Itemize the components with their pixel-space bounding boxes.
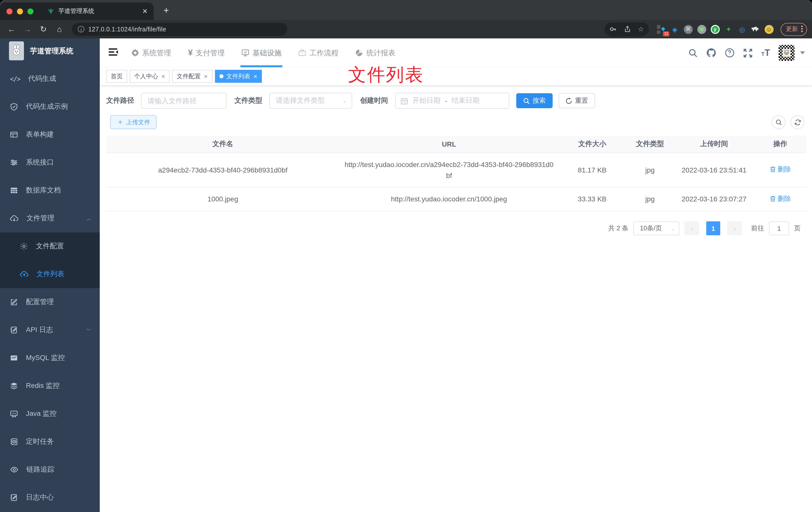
ext-gem-icon[interactable]: ◈	[670, 25, 679, 34]
cell-file-name: a294ecb2-73dd-4353-bf40-296b8931d0bf	[106, 153, 340, 187]
date-range-picker[interactable]: 开始日期 - 结束日期	[395, 93, 509, 109]
top-menu-label: 基础设施	[253, 48, 282, 58]
sidebar-item-file-config[interactable]: 文件配置	[0, 232, 100, 260]
font-size-icon[interactable]: TT	[761, 48, 770, 58]
tab-close-icon[interactable]: ✕	[139, 7, 154, 15]
sidebar-item-label: 代码生成示例	[26, 102, 92, 111]
sidebar-item-config-management[interactable]: 配置管理	[0, 288, 100, 316]
goto-page-input[interactable]	[769, 221, 789, 235]
date-start-placeholder[interactable]: 开始日期	[412, 96, 440, 105]
password-key-icon[interactable]	[609, 25, 617, 33]
top-menu-pay[interactable]: ¥ 支付管理	[188, 38, 225, 67]
sidebar-item-db-doc[interactable]: 数据库文档	[0, 177, 100, 204]
cell-actions: 删除	[754, 187, 807, 211]
tag-profile[interactable]: 个人中心✕	[130, 70, 170, 83]
date-end-placeholder[interactable]: 结束日期	[452, 96, 480, 105]
sidebar-item-form-builder[interactable]: 表单构建	[0, 121, 100, 149]
cell-file-size: 81.17 KB	[559, 153, 626, 187]
close-window-button[interactable]	[6, 8, 12, 14]
update-label: 更新	[786, 25, 798, 33]
cell-upload-time: 2022-03-16 23:07:27	[674, 187, 754, 211]
sidebar-item-code-gen[interactable]: </> 代码生成	[0, 65, 100, 93]
sidebar-item-file-list[interactable]: 文件列表	[0, 260, 100, 288]
browser-menu-icon[interactable]: •••	[801, 25, 803, 33]
ext-emoji-icon[interactable]: ☺	[764, 25, 774, 34]
sidebar-item-file-management[interactable]: 文件管理 ︿	[0, 204, 100, 232]
sidebar-item-label: API 日志	[26, 326, 78, 334]
prev-page-button[interactable]: ‹	[684, 221, 699, 235]
bookmark-star-icon[interactable]: ☆	[638, 25, 644, 33]
sidebar-logo-row[interactable]: 芋道管理系统	[0, 38, 100, 63]
tag-close-icon[interactable]: ✕	[161, 73, 165, 79]
sidebar-collapse-icon[interactable]	[105, 48, 122, 58]
ext-star-icon[interactable]: ✦	[724, 25, 733, 34]
ext-y-icon[interactable]: y	[711, 25, 720, 34]
sidebar-item-system-api[interactable]: 系统接口	[0, 149, 100, 177]
avatar-caret-icon[interactable]	[800, 51, 805, 54]
tag-file-config[interactable]: 文件配置✕	[172, 70, 212, 83]
minimize-window-button[interactable]	[17, 8, 23, 14]
reload-icon[interactable]: ↻	[37, 24, 50, 34]
search-icon[interactable]	[689, 48, 698, 58]
refresh-table-button[interactable]	[790, 115, 805, 129]
cell-upload-time: 2022-03-16 23:51:41	[674, 153, 754, 187]
ext-puzzle-icon[interactable]	[751, 25, 760, 34]
table-tools	[772, 115, 807, 129]
ext-swirl-icon[interactable]: ◎	[738, 25, 747, 34]
tab-block: 芋道管理系统 ✕	[0, 2, 154, 20]
file-path-input[interactable]	[142, 93, 226, 108]
toggle-search-button[interactable]	[772, 115, 786, 129]
page-content: 文件路径 文件类型 请选择文件类型 ⌄ 创建时间 开始日期 - 结束日期	[100, 86, 812, 512]
address-bar[interactable]: i 127.0.0.1:1024/infra/file/file	[72, 23, 287, 36]
sidebar-item-mysql-monitor[interactable]: MySQL 监控	[0, 344, 100, 372]
ext-command-icon[interactable]: ⌘	[684, 25, 693, 34]
sidebar-item-label: 定时任务	[26, 437, 92, 446]
top-menu-system[interactable]: 系统管理	[131, 38, 171, 67]
help-icon[interactable]	[725, 48, 735, 58]
sidebar-item-trace[interactable]: 链路追踪	[0, 456, 100, 484]
browser-tab[interactable]: 芋道管理系统 ✕	[40, 2, 154, 20]
sidebar-item-api-log[interactable]: API 日志 ﹀	[0, 316, 100, 344]
zoom-window-button[interactable]	[27, 8, 33, 14]
tag-file-list[interactable]: 文件列表✕	[215, 70, 262, 83]
share-icon[interactable]	[624, 25, 631, 33]
tag-close-icon[interactable]: ✕	[253, 73, 258, 79]
page-1-button[interactable]: 1	[706, 221, 720, 235]
ext-dot-icon[interactable]	[697, 25, 706, 34]
forward-icon[interactable]: →	[21, 25, 34, 34]
top-menu-infra[interactable]: 基础设施	[242, 38, 282, 67]
back-icon[interactable]: ←	[5, 25, 18, 34]
sidebar-item-scheduled-tasks[interactable]: 定时任务	[0, 428, 100, 456]
tag-home[interactable]: 首页	[106, 70, 127, 83]
table-row: 1000.jpeg http://test.yudao.iocoder.cn/1…	[106, 187, 807, 211]
home-icon[interactable]: ⌂	[53, 25, 66, 34]
site-info-icon[interactable]: i	[78, 26, 84, 32]
sidebar-item-code-demo[interactable]: 代码生成示例	[0, 93, 100, 121]
avatar[interactable]	[779, 45, 794, 61]
ext-pinned-icon[interactable]: ◆ 11	[657, 25, 666, 34]
reset-button[interactable]: 重置	[559, 93, 595, 108]
delete-button[interactable]: 删除	[770, 164, 791, 175]
refresh-icon	[794, 119, 801, 125]
top-menu-workflow[interactable]: 工作流程	[298, 38, 339, 67]
file-type-select[interactable]: 请选择文件类型 ⌄	[269, 93, 352, 109]
tag-close-icon[interactable]: ✕	[204, 73, 208, 79]
delete-button[interactable]: 删除	[770, 193, 791, 204]
sidebar-item-label: 系统接口	[26, 158, 92, 167]
tag-label: 文件配置	[177, 72, 201, 81]
chart-monitor-icon	[10, 354, 18, 362]
sidebar-item-redis-monitor[interactable]: Redis 监控	[0, 372, 100, 400]
page-size-select[interactable]: 10条/页 ⌄	[633, 221, 679, 235]
search-button[interactable]: 搜索	[516, 93, 553, 108]
fullscreen-icon[interactable]	[744, 48, 753, 58]
new-tab-button[interactable]: +	[164, 6, 169, 15]
next-page-button[interactable]: ›	[727, 221, 742, 235]
sidebar-item-log-center[interactable]: 日志中心	[0, 484, 100, 512]
file-path-label: 文件路径	[106, 96, 134, 105]
tag-label: 个人中心	[134, 72, 158, 81]
tab-title: 芋道管理系统	[58, 7, 139, 16]
sidebar-item-java-monitor[interactable]: Java 监控	[0, 400, 100, 428]
github-icon[interactable]	[706, 48, 717, 58]
browser-update-button[interactable]: 更新 •••	[781, 23, 807, 36]
upload-file-button[interactable]: ＋ 上传文件	[110, 115, 156, 129]
